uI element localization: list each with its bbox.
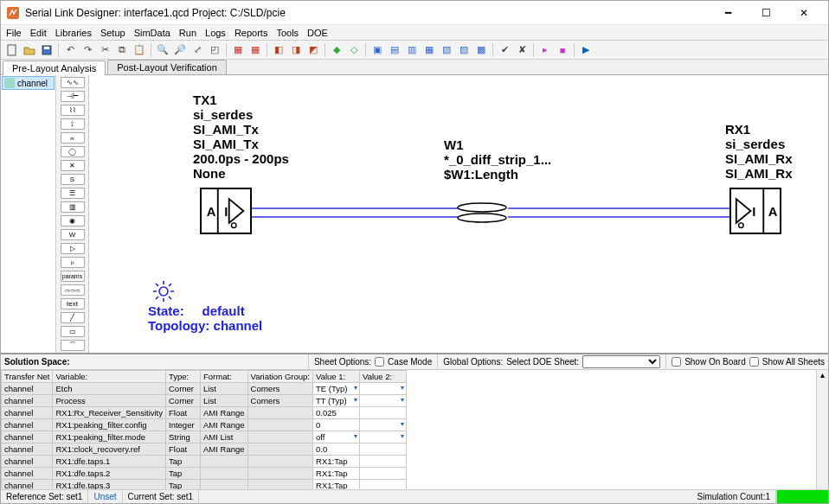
tbx-capacitor-icon[interactable]: ⊣⊢	[61, 91, 85, 102]
undo-icon[interactable]: ↶	[62, 42, 78, 58]
tool-d-icon[interactable]: ◨	[288, 42, 304, 58]
tool-g-icon[interactable]: ◇	[346, 42, 362, 58]
tab-postlayout[interactable]: Post-Layout Verification	[107, 60, 227, 74]
col-v1[interactable]: Value 1:	[313, 371, 360, 383]
tool-j-icon[interactable]: ▥	[404, 42, 420, 58]
tbx-port-icon[interactable]: ▷	[61, 243, 85, 254]
tbx-inductor-icon[interactable]: ⌇⌇	[61, 105, 85, 116]
tool-r-icon[interactable]: ■	[555, 42, 570, 58]
cell-v1[interactable]: TT (Typ)	[313, 395, 360, 407]
table-row[interactable]: channelRX1:peaking_filter.configIntegerA…	[2, 419, 407, 431]
tbx-text-icon[interactable]: text	[61, 298, 85, 309]
close-button[interactable]: ✕	[785, 1, 823, 25]
schematic-canvas[interactable]: TX1 si_serdes SI_AMI_Tx SI_AMI_Tx 200.0p…	[89, 75, 828, 353]
minimize-button[interactable]: ━	[709, 1, 747, 25]
tbx-coupled-icon[interactable]: ▥	[61, 201, 85, 213]
tbx-w-icon[interactable]: W	[61, 229, 85, 240]
tbx-tline-icon[interactable]: ⟟	[61, 118, 85, 130]
cell-v2[interactable]	[360, 443, 407, 456]
menu-setup[interactable]: Setup	[99, 28, 127, 38]
cell-v1[interactable]: RX1:Tap	[313, 480, 360, 490]
doe-sheet-select[interactable]	[582, 355, 660, 368]
menu-run[interactable]: Run	[177, 28, 198, 38]
tab-prelayout[interactable]: Pre-Layout Analysis	[3, 61, 106, 75]
tree-item-channel[interactable]: channel	[2, 76, 55, 90]
tool-o-icon[interactable]: ✔	[497, 42, 512, 58]
open-icon[interactable]	[22, 42, 37, 58]
tbx-source-icon[interactable]: ◯	[61, 146, 85, 157]
design-tree[interactable]: channel	[1, 75, 56, 353]
gear-icon[interactable]	[151, 279, 176, 305]
tbx-x-icon[interactable]: ✕	[61, 160, 85, 171]
cell-v1[interactable]: RX1:Tap	[313, 456, 360, 468]
tool-q-icon[interactable]: ▸	[537, 42, 553, 58]
col-variable[interactable]: Variable:	[53, 371, 166, 383]
tool-l-icon[interactable]: ▧	[439, 42, 454, 58]
tool-k-icon[interactable]: ▦	[421, 42, 437, 58]
cell-v2[interactable]	[360, 431, 407, 443]
tbx-params-icon[interactable]: params	[61, 271, 85, 282]
tool-a-icon[interactable]: ▦	[230, 42, 246, 58]
tbx-line-icon[interactable]: ╱	[61, 312, 85, 323]
zoom-in-icon[interactable]: 🔍	[155, 42, 170, 58]
tool-f-icon[interactable]: ◆	[329, 42, 344, 58]
w-block[interactable]	[456, 201, 508, 225]
tool-n-icon[interactable]: ▩	[473, 42, 489, 58]
menu-reports[interactable]: Reports	[233, 28, 270, 38]
tx-block[interactable]: A I	[200, 188, 252, 234]
table-row[interactable]: channelRX1:clock_recovery.refFloatAMI Ra…	[2, 443, 407, 456]
show-on-board-checkbox[interactable]	[672, 357, 681, 367]
table-row[interactable]: channelRX1:dfe.taps.1TapRX1:Tap	[2, 456, 407, 468]
tool-m-icon[interactable]: ▨	[456, 42, 472, 58]
cut-icon[interactable]: ✂	[97, 42, 112, 58]
menu-tools[interactable]: Tools	[274, 28, 300, 38]
menu-doe[interactable]: DOE	[305, 28, 330, 38]
unset-button[interactable]: Unset	[88, 490, 122, 503]
table-row[interactable]: channelRX1:Rx_Receiver_SensitivityFloatA…	[2, 407, 407, 419]
case-mode-checkbox[interactable]	[375, 357, 384, 367]
cell-v2[interactable]	[360, 383, 407, 395]
cell-v2[interactable]	[360, 407, 407, 419]
tbx-arc-icon[interactable]: ⌒	[61, 340, 85, 351]
vertical-scrollbar[interactable]: ▴	[816, 370, 828, 489]
tool-i-icon[interactable]: ▤	[387, 42, 402, 58]
rx-block[interactable]: A I	[729, 188, 781, 234]
cell-v1[interactable]: 0	[313, 419, 360, 431]
cell-v1[interactable]: 0.0	[313, 443, 360, 456]
tool-h-icon[interactable]: ▣	[370, 42, 385, 58]
table-row[interactable]: channelRX1:dfe.taps.3TapRX1:Tap	[2, 480, 407, 490]
redo-icon[interactable]: ↷	[80, 42, 95, 58]
cell-v1[interactable]: RX1:Tap	[313, 468, 360, 480]
solution-table[interactable]: Transfer Net Variable: Type: Format: Var…	[1, 370, 407, 489]
tbx-probe-icon[interactable]: ▹	[61, 257, 85, 268]
zoom-fit-icon[interactable]: ⤢	[190, 42, 205, 58]
col-v2[interactable]: Value 2:	[360, 371, 407, 383]
zoom-select-icon[interactable]: ◰	[207, 42, 222, 58]
table-row[interactable]: channelRX1:peaking_filter.modeStringAMI …	[2, 431, 407, 443]
tbx-sparam-icon[interactable]: S	[61, 174, 85, 185]
tool-s-icon[interactable]: ▶	[578, 42, 594, 58]
show-all-sheets-checkbox[interactable]	[749, 357, 759, 367]
menu-edit[interactable]: Edit	[29, 28, 48, 38]
tool-e-icon[interactable]: ◩	[305, 42, 321, 58]
cell-v2[interactable]	[360, 456, 407, 468]
tbx-model-icon[interactable]: ▭▭▭	[61, 284, 85, 296]
paste-icon[interactable]: 📋	[132, 42, 147, 58]
menu-logs[interactable]: Logs	[203, 28, 228, 38]
new-icon[interactable]	[4, 42, 20, 58]
tbx-via-icon[interactable]: ◉	[61, 215, 85, 226]
menu-libraries[interactable]: Libraries	[54, 28, 93, 38]
tbx-ground-icon[interactable]: ⏛	[61, 132, 85, 144]
menu-simdata[interactable]: SimData	[132, 28, 172, 38]
col-vgroup[interactable]: Variation Group:	[247, 371, 312, 383]
tool-c-icon[interactable]: ◧	[271, 42, 286, 58]
save-icon[interactable]	[39, 42, 55, 58]
table-row[interactable]: channelProcessCornerListCornersTT (Typ)	[2, 395, 407, 407]
col-transfer[interactable]: Transfer Net	[2, 371, 53, 383]
tbx-diff-icon[interactable]: ☰	[61, 188, 85, 199]
cell-v1[interactable]: off	[313, 431, 360, 443]
table-row[interactable]: channelEtchCornerListCornersTE (Typ)	[2, 383, 407, 395]
table-row[interactable]: channelRX1:dfe.taps.2TapRX1:Tap	[2, 468, 407, 480]
tool-b-icon[interactable]: ▦	[247, 42, 263, 58]
cell-v1[interactable]: TE (Typ)	[313, 383, 360, 395]
